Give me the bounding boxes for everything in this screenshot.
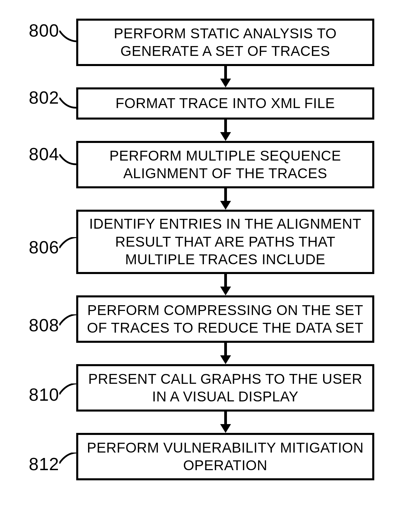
leader-line-806 [59,237,80,251]
arrow-800-802 [224,66,227,80]
arrow-804-806 [224,188,227,203]
arrow-head-802-804 [220,132,231,141]
arrow-head-808-810 [220,355,231,364]
ref-label-812: 812 [29,454,59,474]
step-box-802: FORMAT TRACE INTO XML FILE [76,87,374,120]
arrow-head-800-802 [220,79,231,87]
arrow-head-804-806 [220,201,231,210]
arrow-head-810-812 [220,424,231,433]
leader-line-812 [59,453,80,466]
arrow-808-810 [224,343,227,357]
ref-label-808: 808 [29,315,59,335]
flowchart-canvas: PERFORM STATIC ANALYSIS TO GENERATE A SE… [0,0,420,523]
leader-line-800 [59,30,80,44]
leader-line-808 [59,314,80,328]
ref-label-800: 800 [29,20,59,41]
step-box-804: PERFORM MULTIPLE SEQUENCE ALIGNMENT OF T… [76,141,374,188]
arrow-head-806-808 [220,287,231,295]
arrow-802-804 [224,120,227,134]
step-box-808: PERFORM COMPRESSING ON THE SET OF TRACES… [76,295,374,343]
ref-label-806: 806 [29,237,59,257]
leader-line-804 [59,154,80,168]
step-box-800: PERFORM STATIC ANALYSIS TO GENERATE A SE… [76,19,374,66]
arrow-806-808 [224,274,227,288]
step-box-810: PRESENT CALL GRAPHS TO THE USER IN A VIS… [76,364,374,412]
ref-label-810: 810 [29,384,59,405]
leader-line-810 [59,383,80,397]
step-box-806: IDENTIFY ENTRIES IN THE ALIGNMENT RESULT… [76,210,374,274]
step-box-812: PERFORM VULNERABILITY MITIGATION OPERATI… [76,433,374,480]
arrow-810-812 [224,412,227,426]
leader-line-802 [59,98,80,111]
ref-label-804: 804 [29,144,59,164]
ref-label-802: 802 [29,87,59,108]
